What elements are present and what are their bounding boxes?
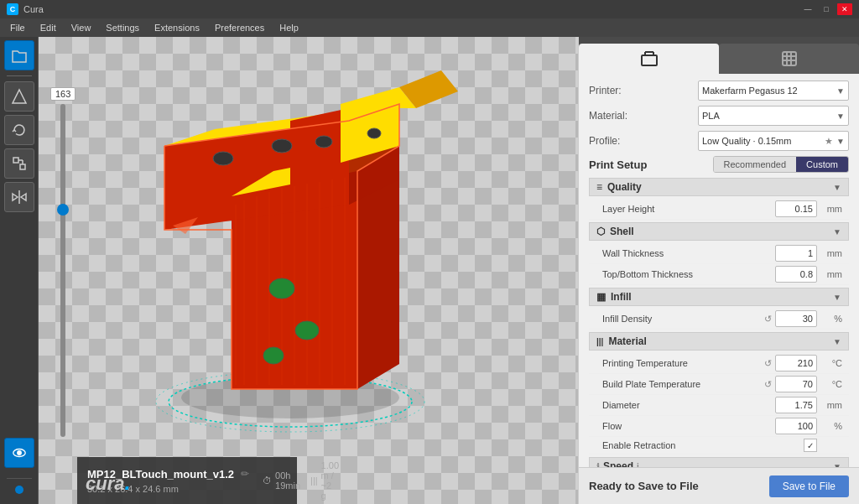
svg-point-33 xyxy=(213,152,233,165)
flow-input[interactable] xyxy=(775,418,817,434)
speed-label: Speed xyxy=(603,460,633,467)
material-label: Material: xyxy=(589,110,698,122)
layer-height-row: Layer Height mm xyxy=(589,199,849,220)
menu-help[interactable]: Help xyxy=(273,21,305,34)
material-select-chevron: ▼ xyxy=(836,112,845,121)
svg-rect-45 xyxy=(783,52,796,65)
tab-recommended[interactable]: Recommended xyxy=(714,157,797,172)
material-section-header[interactable]: ||| Material ▼ xyxy=(589,332,849,351)
close-button[interactable]: ✕ xyxy=(837,3,852,15)
quality-icon: ≡ xyxy=(596,181,602,193)
wall-thickness-label: Wall Thickness xyxy=(602,248,775,258)
enable-retraction-checkbox[interactable]: ✓ xyxy=(804,439,817,452)
title-bar: C Cura — □ ✕ xyxy=(0,0,859,18)
build-plate-temp-reset[interactable]: ↺ xyxy=(764,379,772,390)
rotate-tool-button[interactable] xyxy=(4,115,34,145)
slider-track[interactable] xyxy=(60,104,65,437)
printing-temp-input[interactable] xyxy=(775,355,817,372)
model-tool-button[interactable] xyxy=(4,81,34,112)
material-row: Material: PLA ▼ xyxy=(589,106,849,126)
layer-height-input[interactable] xyxy=(775,200,817,217)
menu-file[interactable]: File xyxy=(3,21,32,34)
cura-text: cura xyxy=(86,473,124,494)
wall-thickness-unit: mm xyxy=(817,248,842,258)
speed-section-header[interactable]: ℹ Speed i ▼ xyxy=(589,457,849,467)
printer-select[interactable]: Makerfarm Pegasus 12 ▼ xyxy=(698,81,849,101)
shell-icon: ⬡ xyxy=(596,226,605,237)
menu-view[interactable]: View xyxy=(65,21,98,34)
layer-height-unit: mm xyxy=(817,204,842,214)
svg-rect-1 xyxy=(13,158,18,163)
diameter-row: Diameter mm xyxy=(589,395,849,416)
diameter-input[interactable] xyxy=(775,397,817,413)
svg-point-34 xyxy=(272,139,292,153)
printing-temp-label: Printing Temperature xyxy=(602,358,764,368)
printing-temp-row: Printing Temperature ↺ °C xyxy=(589,353,849,374)
ready-text: Ready to Save to File xyxy=(589,480,699,492)
slider-value-label: 163 xyxy=(50,87,75,101)
infill-density-label: Infill Density xyxy=(602,314,764,324)
3d-model xyxy=(89,62,550,439)
menu-edit[interactable]: Edit xyxy=(34,21,63,34)
svg-point-36 xyxy=(367,128,381,138)
build-plate-temp-input[interactable] xyxy=(775,376,817,392)
minimize-button[interactable]: — xyxy=(800,3,815,15)
profile-select[interactable]: Low Quality · 0.15mm ★ ▼ xyxy=(698,131,849,151)
maximize-button[interactable]: □ xyxy=(819,3,834,15)
profile-select-chevron: ▼ xyxy=(836,137,845,146)
app-icon: C xyxy=(7,3,18,15)
infill-section-header[interactable]: ▦ Infill ▼ xyxy=(589,288,849,306)
svg-point-38 xyxy=(295,321,319,340)
material-select[interactable]: PLA ▼ xyxy=(698,106,849,126)
print-time: 00h 19min xyxy=(275,470,300,491)
layer-slider-thumb[interactable] xyxy=(15,486,23,494)
printer-settings-tab[interactable] xyxy=(579,44,719,74)
left-sidebar xyxy=(0,37,39,504)
quality-section-header[interactable]: ≡ Quality ▼ xyxy=(589,178,849,196)
infill-density-reset[interactable]: ↺ xyxy=(764,314,772,325)
edit-model-button[interactable]: ✏ xyxy=(241,468,249,480)
mirror-tool-button[interactable] xyxy=(4,182,34,212)
flow-row: Flow % xyxy=(589,416,849,437)
settings-area: Printer: Makerfarm Pegasus 12 ▼ Material… xyxy=(579,74,859,467)
profile-row: Profile: Low Quality · 0.15mm ★ ▼ xyxy=(589,131,849,151)
menu-preferences[interactable]: Preferences xyxy=(208,21,271,34)
topbottom-thickness-unit: mm xyxy=(817,269,842,279)
wall-thickness-input[interactable] xyxy=(775,245,817,262)
infill-density-input[interactable] xyxy=(775,310,817,327)
material-chevron: ▼ xyxy=(833,337,841,346)
svg-marker-0 xyxy=(13,90,26,103)
printing-temp-unit: °C xyxy=(817,358,842,368)
profile-star-icon: ★ xyxy=(825,136,833,147)
topbottom-thickness-input[interactable] xyxy=(775,266,817,283)
shell-section-header[interactable]: ⬡ Shell ▼ xyxy=(589,222,849,241)
infill-density-unit: % xyxy=(817,314,842,324)
print-setup-header: Print Setup Recommended Custom xyxy=(589,156,849,173)
build-plate-temp-label: Build Plate Temperature xyxy=(602,379,764,389)
view-mode-button[interactable] xyxy=(4,438,34,468)
menu-bar: File Edit View Settings Extensions Prefe… xyxy=(0,18,859,37)
viewport[interactable]: 163 MP12_BLTouch_mount_v1.2 ✏ 30.2 x 26.… xyxy=(39,37,578,504)
menu-extensions[interactable]: Extensions xyxy=(148,21,206,34)
topbottom-thickness-label: Top/Bottom Thickness xyxy=(602,269,775,279)
tab-custom[interactable]: Custom xyxy=(796,157,848,172)
svg-point-35 xyxy=(315,136,332,148)
open-folder-button[interactable] xyxy=(4,40,34,70)
material-settings-tab[interactable] xyxy=(719,44,859,74)
enable-retraction-row: Enable Retraction ✓ xyxy=(589,437,849,455)
filament-amount: 1.00 m / ~2 g xyxy=(321,460,339,501)
scale-tool-button[interactable] xyxy=(4,148,34,179)
quality-label: Quality xyxy=(607,181,642,193)
save-to-file-button[interactable]: Save to File xyxy=(769,475,849,497)
flow-unit: % xyxy=(817,421,842,431)
slider-thumb[interactable] xyxy=(57,204,69,216)
printing-temp-reset[interactable]: ↺ xyxy=(764,358,772,369)
cura-logo: cura. xyxy=(86,470,131,496)
printer-tabs xyxy=(579,37,859,74)
infill-chevron: ▼ xyxy=(833,293,841,302)
layer-slider[interactable]: 163 xyxy=(50,87,75,437)
shell-chevron: ▼ xyxy=(833,227,841,236)
menu-settings[interactable]: Settings xyxy=(99,21,146,34)
material-section-icon: ||| xyxy=(596,337,603,346)
profile-label: Profile: xyxy=(589,135,698,147)
